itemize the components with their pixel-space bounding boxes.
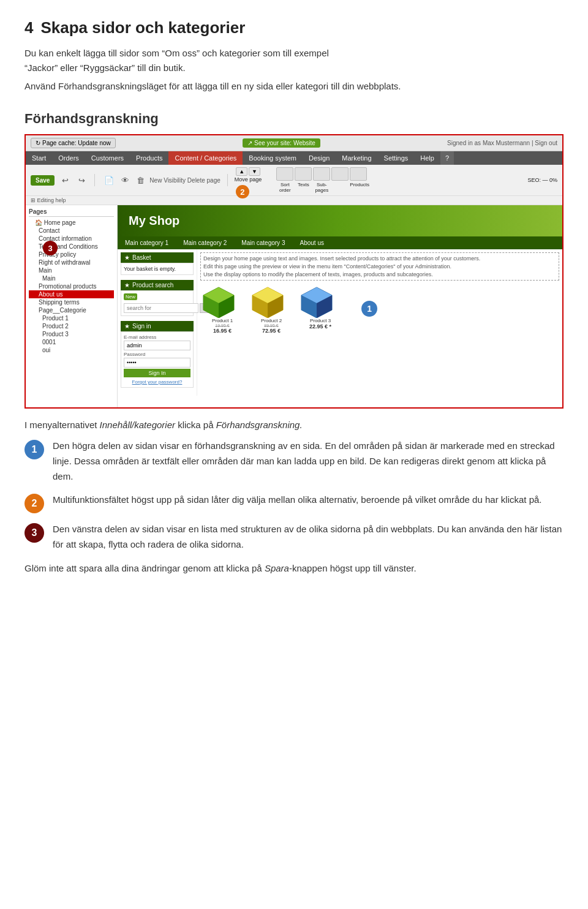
editing-help-bar: ⊞ Editing help — [26, 196, 562, 205]
cache-button[interactable]: ↻ Page cache: Update now — [31, 138, 116, 148]
password-input[interactable] — [124, 358, 190, 368]
green-cube-icon — [200, 284, 237, 318]
product-old-price-2: 89.95 € — [249, 323, 293, 328]
new-icon-button[interactable]: 📄 — [102, 175, 116, 186]
shop-left: ★ Basket Your basket is empty. ★ Product… — [118, 249, 197, 396]
sidebar-item-page-cat[interactable]: Page__Categorie — [29, 306, 114, 314]
shop-name: My Shop — [129, 214, 551, 228]
footer-note: Glöm inte att spara alla dina ändringar … — [24, 561, 564, 576]
sc-toolbar: Save ↩ ↪ 📄 👁 🗑 New Visibility Delete pag… — [26, 165, 562, 196]
sidebar-item-home[interactable]: 🏠 Home page — [29, 219, 114, 227]
sidebar-item-contact-info[interactable]: Contact information — [29, 235, 114, 243]
toolbar-separator-2 — [227, 174, 228, 186]
move-page-label: Move page — [235, 176, 262, 183]
search-body: New 🔍 — [121, 290, 194, 316]
products-label — [331, 182, 349, 193]
intro-paragraph-1: Du kan enkelt lägga till sidor som “Om o… — [24, 46, 564, 75]
email-label: E-mail address — [124, 334, 190, 340]
editing-help-label: ⊞ Editing help — [31, 197, 66, 203]
sidebar-item-0001[interactable]: 0001 — [29, 338, 114, 346]
shop-nav-cat1[interactable]: Main category 1 — [118, 236, 176, 249]
section-2: 2 Multifunktionsfältet högst upp på sida… — [24, 492, 564, 513]
product-name-1: Product 1 — [200, 318, 244, 323]
number-3-circle: 3 — [24, 523, 44, 543]
desc2: Edit this page using the preview or view… — [203, 263, 556, 270]
signin-body: E-mail address Password Sign In Forgot y… — [121, 331, 194, 388]
sc-nav: Start Orders Customers Products Content … — [26, 151, 562, 165]
sidebar-item-oui[interactable]: oui — [29, 346, 114, 354]
forgot-password-link[interactable]: Forgot your password? — [124, 379, 190, 385]
product-name-2: Product 2 — [249, 318, 293, 323]
delete-page-button[interactable]: 🗑 — [134, 175, 147, 186]
shop-nav: Main category 1 Main category 2 Main cat… — [118, 236, 562, 249]
desc3: Use the display options to modify the pl… — [203, 271, 556, 277]
signin-button[interactable]: Sign In — [124, 369, 190, 377]
number-1-circle: 1 — [24, 440, 44, 459]
sc-topbar: ↻ Page cache: Update now ↗ See your site… — [26, 135, 562, 151]
sort-order-label: Sort order — [276, 182, 293, 193]
sidebar-item-prod1[interactable]: Product 1 — [29, 314, 114, 322]
nav-booking[interactable]: Booking system — [243, 151, 303, 165]
email-input[interactable] — [124, 341, 190, 350]
chapter-heading: 4 Skapa sidor och kategorier — [24, 18, 564, 37]
undo-button[interactable]: ↩ — [59, 175, 71, 186]
nav-orders[interactable]: Orders — [52, 151, 85, 165]
nav-settings[interactable]: Settings — [378, 151, 415, 165]
product-name-3: Product 3 — [298, 318, 342, 323]
screenshot-container: ↻ Page cache: Update now ↗ See your site… — [24, 134, 564, 409]
intro-paragraph-2: Använd Förhandsgranskningsläget för att … — [24, 79, 564, 94]
visibility-icon-button[interactable]: 👁 — [119, 175, 132, 186]
shop-nav-cat3[interactable]: Main category 3 — [234, 236, 292, 249]
blue-cube-icon — [298, 284, 335, 318]
section-1: 1 Den högra delen av sidan visar en förh… — [24, 439, 564, 484]
view-site-button[interactable]: ↗ See your site: Website — [243, 138, 320, 148]
password-label: Password — [124, 352, 190, 357]
section-3: 3 Den vänstra delen av sidan visar en li… — [24, 522, 564, 553]
search-widget: ★ Product search New 🔍 — [121, 280, 194, 316]
sub-pages-label: Sub-pages — [313, 182, 330, 193]
products-row: Product 1 19.95 € 16.95 € — [200, 284, 559, 334]
sidebar-item-contact[interactable]: Contact — [29, 227, 114, 235]
sidebar-item-shipping[interactable]: Shipping terms — [29, 298, 114, 306]
product-price-2: 72.95 € — [249, 328, 293, 334]
shop-body: ★ Basket Your basket is empty. ★ Product… — [118, 249, 562, 396]
number-2-circle: 2 — [24, 494, 44, 513]
sidebar-item-privacy[interactable]: Privacy policy — [29, 251, 114, 258]
move-down-button[interactable]: ▼ — [249, 167, 260, 176]
move-up-button[interactable]: ▲ — [236, 167, 247, 176]
nav-products[interactable]: Products — [130, 151, 168, 165]
sidebar-item-prod3[interactable]: Product 3 — [29, 330, 114, 338]
sidebar-item-main2[interactable]: Main — [29, 274, 114, 282]
sidebar-item-about[interactable]: About us — [29, 290, 114, 298]
nav-help-icon[interactable]: ? — [440, 151, 454, 165]
sidebar-item-promo[interactable]: Promotional products — [29, 282, 114, 290]
sidebar-item-withdrawal[interactable]: Right of withdrawal — [29, 258, 114, 266]
footer-italic: Spara — [265, 563, 289, 573]
nav-design[interactable]: Design — [303, 151, 336, 165]
sidebar-item-terms[interactable]: Terms and Conditions — [29, 243, 114, 251]
nav-help[interactable]: Help — [414, 151, 440, 165]
section-1-text: Den högra delen av sidan visar en förhan… — [53, 439, 564, 484]
save-button[interactable]: Save — [31, 175, 55, 186]
sidebar-title: Pages — [29, 208, 114, 217]
shop-header: My Shop — [118, 205, 562, 236]
nav-start[interactable]: Start — [26, 151, 52, 165]
sc-content: My Shop Main category 1 Main category 2 … — [118, 205, 562, 407]
search-row: 🔍 — [124, 303, 190, 313]
chapter-number: 4 — [24, 18, 33, 37]
toolbar-separator-1 — [94, 174, 95, 186]
shop-nav-cat2[interactable]: Main category 2 — [176, 236, 234, 249]
yellow-cube-icon — [249, 284, 286, 318]
sc-main: 3 Pages 🏠 Home page Contact Contact info… — [26, 205, 562, 407]
badge-3: 3 — [43, 241, 58, 255]
shop-nav-about[interactable]: About us — [292, 236, 331, 249]
new-label: New Visibility Delete page — [149, 177, 220, 184]
nav-marketing[interactable]: Marketing — [336, 151, 377, 165]
redo-button[interactable]: ↪ — [76, 175, 88, 186]
sidebar-item-main1[interactable]: Main — [29, 266, 114, 274]
product-search-input[interactable] — [124, 303, 198, 313]
nav-content[interactable]: Content / Categories — [168, 151, 243, 165]
sidebar-item-prod2[interactable]: Product 2 — [29, 322, 114, 330]
description-box[interactable]: Design your home page using text and ima… — [200, 252, 559, 281]
nav-customers[interactable]: Customers — [85, 151, 130, 165]
